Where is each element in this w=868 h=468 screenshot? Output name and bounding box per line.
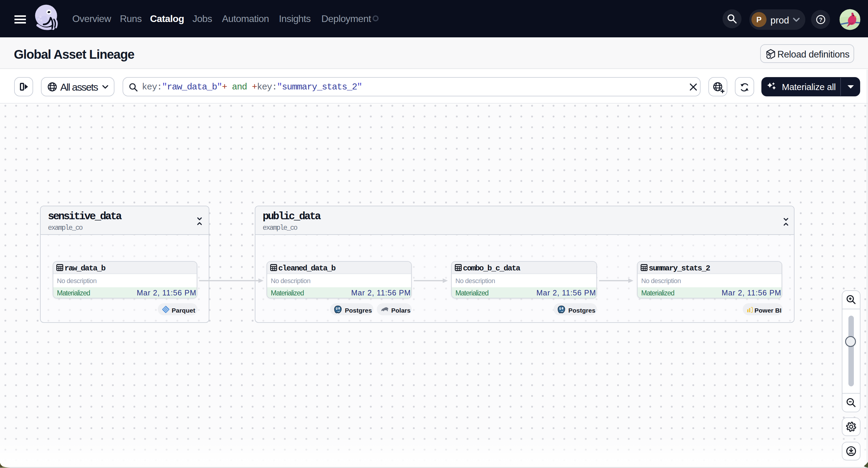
- svg-text:?: ?: [819, 17, 823, 23]
